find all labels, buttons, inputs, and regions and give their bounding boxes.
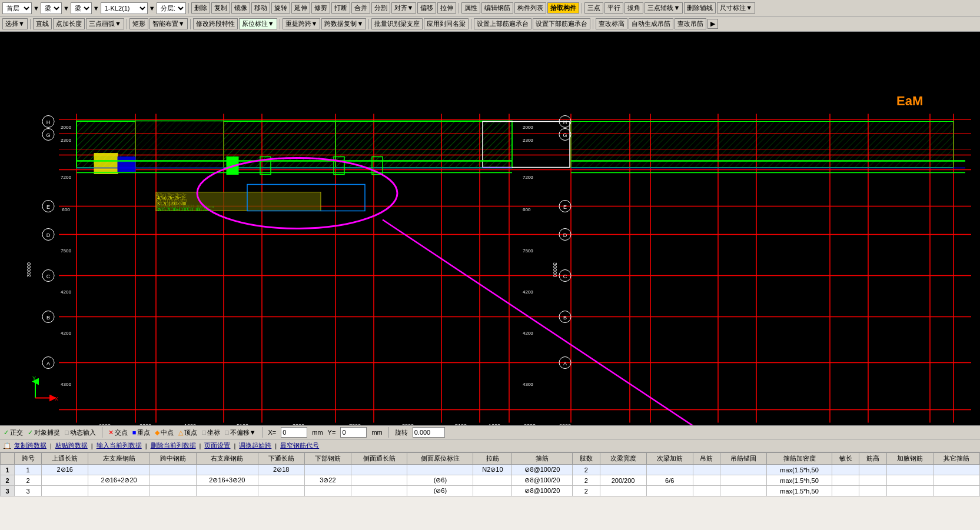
set-top-btn[interactable]: 设置上部筋遍承台 — [474, 18, 531, 29]
cell-pull-rebar-3[interactable] — [473, 486, 512, 496]
cell-sub-rebar-2[interactable]: 6/6 — [646, 475, 693, 486]
three-point-btn[interactable]: 三点 — [584, 2, 603, 14]
cell-other-stirrup-1[interactable] — [933, 465, 979, 475]
cell-other-stirrup-2[interactable] — [933, 475, 979, 486]
cell-bot-rebar-2[interactable]: 3⊘22 — [304, 475, 351, 486]
element-type-select[interactable]: 梁 — [41, 2, 62, 14]
select-btn[interactable]: 选择▼ — [2, 18, 28, 29]
cell-stirrup-1[interactable]: ⊘8@100/20 — [512, 465, 573, 475]
cell-short-len-2[interactable] — [832, 475, 859, 486]
sublayer-select[interactable]: 分层1 — [157, 2, 186, 14]
line-btn[interactable]: 直线 — [33, 18, 52, 29]
cell-stirrup-dense-3[interactable]: max(1.5*h,50 — [767, 486, 832, 496]
align-btn[interactable]: 对齐▼ — [391, 2, 417, 14]
adjust-start-btn[interactable]: 调换起始跨 — [239, 441, 271, 450]
input-col-btn[interactable]: 输入当前列数据 — [97, 441, 142, 450]
cell-hanger-1[interactable] — [693, 465, 720, 475]
cell-right-support-2[interactable]: 2⊘16+3⊘20 — [197, 475, 258, 486]
capture-indicator[interactable]: ✓ 对象捕捉 — [28, 428, 60, 437]
delete-btn[interactable]: 删除 — [191, 2, 210, 14]
move-btn[interactable]: 移动 — [251, 2, 270, 14]
property-btn[interactable]: 属性 — [461, 2, 480, 14]
cell-stirrup-dense-1[interactable]: max(1.5*h,50 — [767, 465, 832, 475]
origin-mark-btn[interactable]: 原位标注▼ — [239, 18, 277, 29]
merge-btn[interactable]: 合并 — [351, 2, 370, 14]
cell-bot-rebar-3[interactable] — [304, 486, 351, 496]
parallel-btn[interactable]: 平行 — [604, 2, 623, 14]
cell-bot-through-1[interactable]: 2⊘18 — [258, 465, 304, 475]
apply-same-btn[interactable]: 应用到同名梁 — [424, 18, 469, 29]
arc-btn[interactable]: 三点画弧▼ — [86, 18, 124, 29]
cell-legs-3[interactable]: 2 — [573, 486, 600, 496]
extract-btn[interactable]: 拾取构件 — [547, 2, 579, 14]
cell-mid-rebar-2[interactable] — [150, 475, 197, 486]
cell-side-through-3[interactable] — [351, 486, 407, 496]
check-height-btn[interactable]: 查改标高 — [596, 18, 627, 29]
cell-hanger-anchor-3[interactable] — [720, 486, 766, 496]
cell-top-through-1[interactable]: 2⊘16 — [42, 465, 88, 475]
cell-add-rebar-3[interactable] — [886, 486, 933, 496]
modify-span-btn[interactable]: 修改跨段特性 — [193, 18, 238, 29]
copy-span-btn[interactable]: 复制跨数据 — [14, 441, 46, 450]
angle-btn[interactable]: 拔角 — [624, 2, 643, 14]
cell-sub-rebar-3[interactable] — [646, 486, 693, 496]
cell-sub-width-3[interactable] — [600, 486, 646, 496]
y-input[interactable] — [340, 427, 367, 438]
endpoint-indicator[interactable]: ■ 重点 — [132, 428, 151, 437]
cell-side-through-2[interactable] — [351, 475, 407, 486]
cell-stirrup-2[interactable]: ⊘8@100/20 — [512, 475, 573, 486]
cell-span-2[interactable]: 2 — [15, 475, 42, 486]
no-modify-indicator[interactable]: □ 不偏移▼ — [225, 428, 256, 437]
cell-side-origin-2[interactable]: (⊘6) — [407, 475, 473, 486]
cell-left-support-1[interactable] — [88, 465, 150, 475]
cell-add-rebar-2[interactable] — [886, 475, 933, 486]
cell-hanger-3[interactable] — [693, 486, 720, 496]
split-btn[interactable]: 分割 — [371, 2, 390, 14]
set-bot-btn[interactable]: 设置下部筋遍承台 — [533, 18, 590, 29]
cell-span-3[interactable]: 3 — [15, 486, 42, 496]
cell-rebar-height-2[interactable] — [859, 475, 886, 486]
extend-btn[interactable]: 延伸 — [291, 2, 310, 14]
cell-stirrup-3[interactable]: ⊘8@100/20 — [512, 486, 573, 496]
cell-short-len-1[interactable] — [832, 465, 859, 475]
component-list-btn[interactable]: 构件列表 — [514, 2, 546, 14]
beam-code-select[interactable]: 1-KL2(1) — [101, 2, 148, 14]
offset-btn[interactable]: 偏移 — [417, 2, 436, 14]
cell-sub-width-2[interactable]: 200/200 — [600, 475, 646, 486]
cell-sub-rebar-1[interactable] — [646, 465, 693, 475]
rect-btn[interactable]: 矩形 — [129, 18, 148, 29]
zhijiao-indicator[interactable]: ✓ 正交 — [4, 428, 23, 437]
toppoint-indicator[interactable]: △ 顶点 — [178, 428, 197, 437]
x-input[interactable] — [281, 427, 307, 438]
edit-rebar-btn[interactable]: 编辑钢筋 — [481, 2, 513, 14]
cell-left-support-2[interactable]: 2⊘16+2⊘20 — [88, 475, 150, 486]
dynamic-indicator[interactable]: □ 动态输入 — [65, 428, 96, 437]
rotate-btn[interactable]: 旋转 — [271, 2, 290, 14]
smart-layout-btn[interactable]: 智能布置▼ — [150, 18, 188, 29]
cell-pull-rebar-1[interactable]: N2⊘10 — [473, 465, 512, 475]
batch-id-btn[interactable]: 批量识别梁支座 — [371, 18, 423, 29]
cell-mid-rebar-1[interactable] — [150, 465, 197, 475]
more-btn[interactable]: ▶ — [707, 19, 718, 29]
element-name-select[interactable]: 梁 — [71, 2, 92, 14]
mirror-btn[interactable]: 镜像 — [231, 2, 250, 14]
cut-btn[interactable]: 打断 — [331, 2, 350, 14]
add-length-btn[interactable]: 点加长度 — [53, 18, 85, 29]
span-copy-btn[interactable]: 跨数据复制▼ — [321, 18, 366, 29]
cell-rebar-height-1[interactable] — [859, 465, 886, 475]
cell-hanger-anchor-2[interactable] — [720, 475, 766, 486]
cell-stirrup-dense-2[interactable]: max(1.5*h,50 — [767, 475, 832, 486]
cell-sub-width-1[interactable] — [600, 465, 646, 475]
cell-top-through-3[interactable] — [42, 486, 88, 496]
del-aux-btn[interactable]: 删除辅线 — [684, 2, 716, 14]
midpoint-indicator[interactable]: ◆ 中点 — [155, 428, 174, 437]
layer-select[interactable]: 首层 — [2, 2, 32, 14]
copy-btn[interactable]: 复制 — [211, 2, 230, 14]
coord-indicator[interactable]: □ 坐标 — [202, 428, 220, 437]
cell-legs-2[interactable]: 2 — [573, 475, 600, 486]
cell-short-len-3[interactable] — [832, 486, 859, 496]
paste-span-btn[interactable]: 粘贴跨数据 — [55, 441, 88, 450]
intersect-indicator[interactable]: ✕ 交点 — [108, 428, 128, 437]
three-aux-btn[interactable]: 三点辅线▼ — [645, 2, 683, 14]
stretch-btn[interactable]: 拉伸 — [437, 2, 456, 14]
